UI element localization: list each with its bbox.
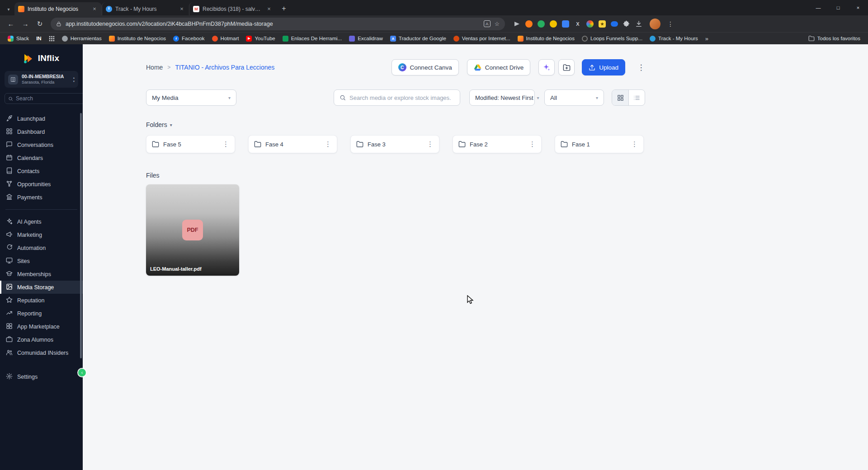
folder-icon — [356, 141, 363, 148]
files-section-header: Files — [146, 172, 645, 179]
tab-close-icon[interactable]: × — [91, 5, 98, 12]
folder-options-kebab-icon[interactable]: ⋮ — [325, 140, 331, 148]
sidebar-item-zona-alumnos[interactable]: Zona Alumnos — [0, 333, 83, 346]
new-folder-button[interactable] — [558, 59, 575, 75]
browser-tab[interactable]: M Recibidos (318) - salvadorporta... × — [189, 2, 276, 15]
sidebar-item-ai-agents[interactable]: AI Agents — [0, 215, 83, 228]
downloads-icon[interactable] — [635, 20, 642, 28]
bookmark-item[interactable]: Instituto de Negocios — [514, 34, 578, 43]
tab-close-icon[interactable]: × — [265, 5, 273, 12]
folder-card[interactable]: Fase 5 ⋮ — [146, 135, 235, 153]
bookmark-item[interactable]: Instituto de Negocios — [106, 34, 169, 43]
bookmark-item[interactable]: Herramientas — [59, 34, 105, 43]
sidebar-item-media-storage[interactable]: Media Storage — [0, 281, 83, 294]
sidebar-item-contacts[interactable]: Contacts — [0, 164, 83, 178]
folder-icon — [152, 141, 159, 148]
extension-icon[interactable] — [525, 20, 533, 28]
all-bookmarks-folder[interactable]: Todos los favoritos — [805, 34, 863, 43]
bookmark-item[interactable]: fFacebook — [170, 34, 208, 43]
browser-tab-active[interactable]: Instituto de Negocios × — [14, 2, 102, 15]
minimize-button[interactable]: — — [808, 0, 828, 15]
bookmark-item[interactable]: Loops Funnels Supp... — [579, 34, 646, 43]
folder-options-kebab-icon[interactable]: ⋮ — [631, 140, 638, 148]
extension-icon[interactable] — [538, 20, 545, 28]
tag-extension-icon[interactable] — [562, 20, 569, 28]
sidebar-item-opportunities[interactable]: Opportunities — [0, 178, 83, 191]
sidebar-search-input[interactable] — [16, 95, 86, 102]
connect-canva-button[interactable]: C Connect Canva — [392, 59, 459, 75]
sidebar-item-settings[interactable]: Settings — [0, 370, 83, 383]
sidebar-item-reporting[interactable]: Reporting — [0, 307, 83, 320]
sidebar-item-sites[interactable]: Sites — [0, 254, 83, 268]
tab-close-icon[interactable]: × — [178, 5, 185, 12]
new-tab-button[interactable]: + — [278, 3, 290, 14]
sidebar-item-automation[interactable]: Automation — [0, 241, 83, 254]
bookmark-item[interactable]: Hotmart — [209, 34, 242, 43]
pencil-extension-icon[interactable] — [550, 20, 557, 28]
folder-card[interactable]: Fase 3 ⋮ — [350, 135, 439, 153]
bookmarks-overflow-icon[interactable]: » — [702, 34, 712, 43]
upload-button[interactable]: Upload — [582, 59, 625, 75]
bookmark-item[interactable]: Excalidraw — [346, 34, 386, 43]
translate-icon[interactable]: A — [484, 20, 491, 27]
bookmark-item[interactable]: Track - My Hours — [646, 34, 701, 43]
url-bar[interactable]: app.institutodenegocios.com/v2/location/… — [51, 18, 505, 30]
extensions-puzzle-icon[interactable] — [623, 20, 630, 28]
folder-card[interactable]: Fase 2 ⋮ — [453, 135, 542, 153]
sidebar-item-app-marketplace[interactable]: App Marketplace — [0, 320, 83, 333]
sidebar-item-memberships[interactable]: Memberships — [0, 268, 83, 281]
sidebar-item-launchpad[interactable]: Launchpad — [0, 112, 83, 125]
star-extension-icon[interactable]: ★ — [599, 20, 606, 28]
bookmark-item[interactable]: Enlaces De Herrami... — [279, 34, 345, 43]
folder-card[interactable]: Fase 4 ⋮ — [248, 135, 337, 153]
account-switcher[interactable]: 00-IN-MEMBRESIA Sarasota, Florida ▴▾ — [5, 71, 78, 88]
list-view-button[interactable] — [628, 90, 645, 105]
media-search[interactable] — [334, 89, 460, 106]
ai-sparkle-button[interactable] — [538, 59, 555, 75]
browser-tab[interactable]: Track - My Hours × — [102, 2, 189, 15]
bookmark-star-icon[interactable]: ☆ — [495, 20, 500, 27]
extension-icon[interactable] — [611, 21, 618, 27]
folder-card[interactable]: Fase 1 ⋮ — [555, 135, 644, 153]
grid-view-button[interactable] — [612, 90, 628, 105]
bookmark-item[interactable]: ▶YouTube — [243, 34, 278, 43]
profile-avatar[interactable] — [650, 19, 660, 29]
media-source-select[interactable]: My Media ▾ — [146, 89, 236, 106]
browser-menu-icon[interactable]: ⋮ — [667, 20, 674, 28]
tab-search-button[interactable]: ▾ — [3, 3, 14, 15]
media-search-input[interactable] — [349, 94, 454, 101]
folder-options-kebab-icon[interactable]: ⋮ — [529, 140, 536, 148]
folder-options-kebab-icon[interactable]: ⋮ — [222, 140, 229, 148]
connect-drive-button[interactable]: Connect Drive — [467, 59, 531, 75]
file-card[interactable]: PDF LEO-Manual-taller.pdf — [146, 184, 239, 276]
maximize-button[interactable]: □ — [828, 0, 848, 15]
folders-section-header[interactable]: Folders ▾ — [146, 121, 645, 128]
sidebar-item-payments[interactable]: Payments — [0, 191, 83, 204]
sidebar-item-calendars[interactable]: Calendars — [0, 151, 83, 164]
folder-options-kebab-icon[interactable]: ⋮ — [427, 140, 434, 148]
reload-button[interactable]: ↻ — [33, 18, 46, 30]
close-window-button[interactable]: × — [848, 0, 868, 15]
breadcrumb-home-link[interactable]: Home — [146, 64, 163, 71]
bookmark-item[interactable]: ATraductor de Google — [387, 34, 449, 43]
page-options-kebab-icon[interactable]: ⋮ — [637, 63, 645, 72]
send-extension-icon[interactable] — [513, 20, 520, 28]
sidebar-item-reputation[interactable]: Reputation — [0, 294, 83, 307]
back-button[interactable]: ← — [5, 18, 17, 30]
sort-select[interactable]: Modified: Newest First ▾ — [469, 89, 535, 106]
apps-grid-icon[interactable] — [46, 34, 58, 43]
sidebar-scrollbar[interactable] — [80, 113, 82, 358]
x-extension-icon[interactable]: X — [574, 20, 581, 28]
breadcrumb-current-folder[interactable]: TITANIO - Archivos Para Lecciones — [175, 64, 274, 71]
sidebar-item-marketing[interactable]: Marketing — [0, 228, 83, 241]
sidebar-item-comunidad-insiders[interactable]: Comunidad INsiders — [0, 346, 83, 359]
type-filter-select[interactable]: All ▾ — [544, 89, 604, 106]
extension-icon[interactable] — [586, 20, 594, 28]
bookmark-item[interactable]: Slack — [5, 34, 32, 43]
sidebar-item-conversations[interactable]: Conversations — [0, 138, 83, 151]
forward-button[interactable]: → — [19, 18, 32, 30]
chat-widget-button[interactable]: ‹ — [78, 369, 86, 376]
sidebar-item-dashboard[interactable]: Dashboard — [0, 125, 83, 138]
bookmark-item[interactable]: Ventas por Internet... — [450, 34, 514, 43]
bookmark-item[interactable]: IN — [33, 34, 45, 42]
